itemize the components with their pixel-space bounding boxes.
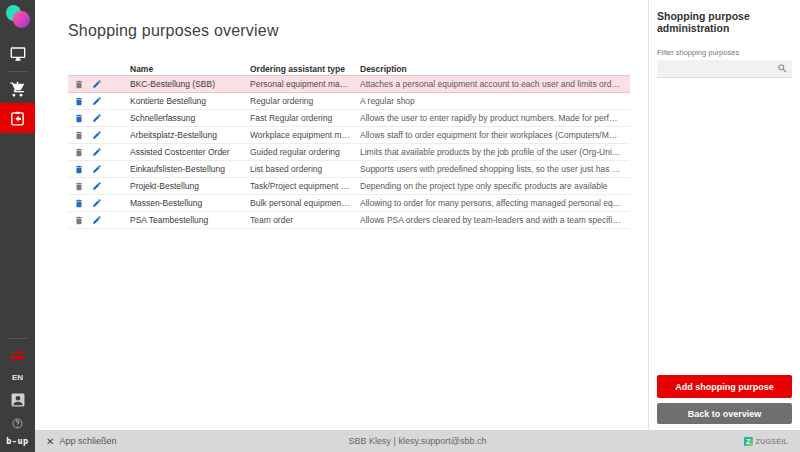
- group-people-icon: [10, 350, 25, 362]
- row-name: PSA Teambestellung: [130, 215, 250, 225]
- row-ordering-assistant-type: Regular ordering: [250, 96, 360, 106]
- row-name: Kontierte Bestellung: [130, 96, 250, 106]
- clipboard-return-icon: [9, 110, 26, 127]
- row-ordering-assistant-type: Fast Regular ordering: [250, 113, 360, 123]
- filter-label: Filter shopping purposes: [657, 48, 792, 57]
- edit-row-button[interactable]: [91, 164, 102, 175]
- row-ordering-assistant-type: List based ordering: [250, 164, 360, 174]
- delete-row-button[interactable]: [73, 198, 84, 209]
- filter-shopping-purposes-input[interactable]: [657, 64, 777, 74]
- sidebar-divider: [7, 338, 28, 339]
- search-icon[interactable]: [777, 63, 788, 74]
- back-to-overview-button[interactable]: Back to overview: [657, 403, 792, 424]
- column-header-name: Name: [130, 64, 250, 74]
- main-content: Shopping purposes overview Name Ordering…: [35, 0, 648, 430]
- app-logo-icon: [5, 4, 31, 30]
- row-name: Schnellerfassung: [130, 113, 250, 123]
- group-button[interactable]: [0, 342, 35, 370]
- page-title: Shopping purposes overview: [68, 22, 648, 40]
- row-name: Massen-Bestellung: [130, 198, 250, 208]
- row-ordering-assistant-type: Personal equipment management: [250, 79, 360, 89]
- delete-row-button[interactable]: [73, 164, 84, 175]
- delete-row-button[interactable]: [73, 130, 84, 141]
- admin-panel: Shopping purpose administration Filter s…: [648, 0, 800, 430]
- edit-row-button[interactable]: [91, 113, 102, 124]
- row-description: Allows staff to order equipment for thei…: [360, 130, 630, 140]
- row-ordering-assistant-type: Workplace equipment management: [250, 130, 360, 140]
- column-header-type: Ordering assistant type: [250, 64, 360, 74]
- edit-row-button[interactable]: [91, 215, 102, 226]
- table-row[interactable]: BKC-Bestellung (SBB) Personal equipment …: [68, 76, 630, 93]
- bup-logo: b-up: [6, 436, 28, 446]
- row-ordering-assistant-type: Bulk personal equipment ordering: [250, 198, 360, 208]
- row-description: Attaches a personal equipment account to…: [360, 79, 630, 89]
- row-name: Einkaufslisten-Bestellung: [130, 164, 250, 174]
- edit-row-button[interactable]: [91, 96, 102, 107]
- edit-row-button[interactable]: [91, 181, 102, 192]
- delete-row-button[interactable]: [73, 147, 84, 158]
- add-shopping-purpose-button[interactable]: Add shopping purpose: [657, 375, 792, 398]
- sidebar-divider: [7, 71, 28, 72]
- row-description: Allows PSA orders cleared by team-leader…: [360, 215, 630, 225]
- user-info: SBB Klesy | klesy.support@sbb.ch: [35, 436, 800, 446]
- row-name: Arbeitsplatz-Bestellung: [130, 130, 250, 140]
- table-row[interactable]: Schnellerfassung Fast Regular ordering A…: [68, 110, 630, 127]
- row-description: Allowing to order for many persons, affe…: [360, 198, 630, 208]
- shopping-purposes-nav-button[interactable]: [0, 103, 35, 133]
- table-row[interactable]: Assisted Costcenter Order Guided regular…: [68, 144, 630, 161]
- zugseil-z-icon: Z: [744, 437, 753, 446]
- table-row[interactable]: Kontierte Bestellung Regular ordering A …: [68, 93, 630, 110]
- footer-bar: ✕ App schließen SBB Klesy | klesy.suppor…: [35, 430, 800, 452]
- row-name: BKC-Bestellung (SBB): [130, 79, 250, 89]
- delete-row-button[interactable]: [73, 113, 84, 124]
- table-header-row: Name Ordering assistant type Description: [68, 62, 630, 76]
- cart-plus-icon: [9, 81, 26, 98]
- delete-row-button[interactable]: [73, 79, 84, 90]
- help-button[interactable]: [0, 414, 35, 432]
- user-portrait-icon: [11, 393, 25, 407]
- row-name: Projekt-Bestellung: [130, 181, 250, 191]
- panel-title: Shopping purpose administration: [657, 10, 792, 34]
- row-description: A regular shop: [360, 96, 630, 106]
- close-app-label: App schließen: [59, 436, 116, 446]
- app-sidebar: EN b-up: [0, 0, 35, 452]
- row-description: Supports users with predefined shopping …: [360, 164, 630, 174]
- row-ordering-assistant-type: Team order: [250, 215, 360, 225]
- zugseil-label: ZUGSEIL: [756, 438, 788, 445]
- row-ordering-assistant-type: Guided regular ordering: [250, 147, 360, 157]
- devices-nav-button[interactable]: [0, 40, 35, 68]
- add-to-cart-nav-button[interactable]: [0, 75, 35, 103]
- shopping-purposes-table: Name Ordering assistant type Description…: [68, 62, 630, 229]
- delete-row-button[interactable]: [73, 215, 84, 226]
- table-row[interactable]: Arbeitsplatz-Bestellung Workplace equipm…: [68, 127, 630, 144]
- row-name: Assisted Costcenter Order: [130, 147, 250, 157]
- delete-row-button[interactable]: [73, 96, 84, 107]
- row-description: Depending on the project type only speci…: [360, 181, 630, 191]
- profile-button[interactable]: [0, 386, 35, 414]
- help-icon: [12, 418, 23, 429]
- edit-row-button[interactable]: [91, 198, 102, 209]
- table-row[interactable]: Projekt-Bestellung Task/Project equipmen…: [68, 178, 630, 195]
- close-app-button[interactable]: ✕ App schließen: [46, 436, 116, 447]
- close-icon: ✕: [46, 436, 54, 447]
- zugseil-logo: Z ZUGSEIL: [744, 437, 788, 446]
- edit-row-button[interactable]: [91, 147, 102, 158]
- row-ordering-assistant-type: Task/Project equipment management: [250, 181, 360, 191]
- row-description: Limits that available products by the jo…: [360, 147, 630, 157]
- language-selector[interactable]: EN: [12, 373, 23, 382]
- delete-row-button[interactable]: [73, 181, 84, 192]
- monitor-icon: [10, 46, 26, 62]
- table-row[interactable]: PSA Teambestellung Team order Allows PSA…: [68, 212, 630, 229]
- edit-row-button[interactable]: [91, 130, 102, 141]
- row-description: Allows the user to enter rapidly by prod…: [360, 113, 630, 123]
- column-header-description: Description: [360, 64, 630, 74]
- filter-input-wrapper: [657, 60, 792, 78]
- table-row[interactable]: Einkaufslisten-Bestellung List based ord…: [68, 161, 630, 178]
- edit-row-button[interactable]: [91, 79, 102, 90]
- table-body: BKC-Bestellung (SBB) Personal equipment …: [68, 76, 630, 229]
- table-row[interactable]: Massen-Bestellung Bulk personal equipmen…: [68, 195, 630, 212]
